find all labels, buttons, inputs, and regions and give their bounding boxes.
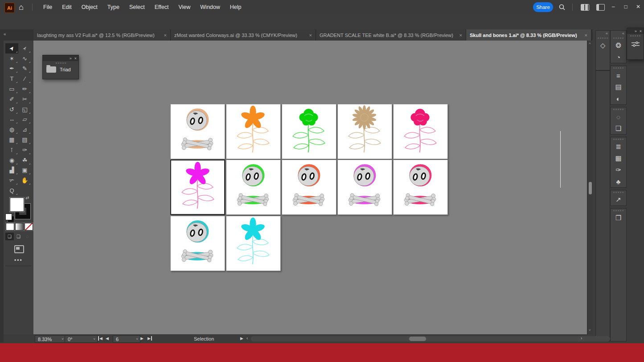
expand-panel-icon[interactable]: » <box>70 56 72 61</box>
artboard-flower-magenta[interactable] <box>170 160 225 215</box>
tab-close-icon[interactable]: × <box>160 33 167 38</box>
scroll-up-icon[interactable]: ˄ <box>589 41 591 45</box>
artboard-flower-green[interactable] <box>282 104 336 159</box>
canvas[interactable] <box>33 41 587 334</box>
swap-fill-stroke-icon[interactable]: ⇄ <box>25 195 29 200</box>
next-artboard-button[interactable]: ▶ <box>140 336 144 341</box>
tab-close-icon[interactable]: × <box>581 33 587 38</box>
stroke-panel-icon[interactable]: ≡ <box>611 70 626 81</box>
previous-artboard-button[interactable]: ◀ <box>106 336 109 341</box>
column-graph-tool[interactable]: ▟ <box>5 165 18 176</box>
drag-dots[interactable] <box>627 34 644 37</box>
menu-effect[interactable]: Effect <box>150 0 174 14</box>
maximize-button[interactable]: □ <box>620 0 632 13</box>
gradient-panel-icon[interactable]: ▤ <box>611 81 626 93</box>
artboard-flower-tan[interactable] <box>337 104 392 159</box>
horizontal-scrollbar[interactable] <box>251 336 610 341</box>
symbols-panel-icon[interactable]: ♣ <box>611 176 626 187</box>
collapse-dock-icon[interactable]: « <box>4 32 6 37</box>
menu-type[interactable]: Type <box>103 0 124 14</box>
direct-selection-tool[interactable]: ➣ <box>18 43 31 53</box>
drag-dots[interactable] <box>611 66 626 70</box>
minimize-button[interactable]: – <box>607 0 619 13</box>
width-tool[interactable]: ↔ <box>5 115 18 125</box>
shaper-tool[interactable]: ✐ <box>5 94 18 104</box>
gradient-tool[interactable]: ▤ <box>18 135 31 145</box>
tab-close-icon[interactable]: × <box>306 33 312 38</box>
lasso-tool[interactable]: ∿ <box>18 53 31 64</box>
document-tab-4[interactable]: Skull and bones 1.ai* @ 8.33 % (RGB/Prev… <box>466 29 591 41</box>
menu-window[interactable]: Window <box>195 0 225 14</box>
document-tab-2[interactable]: zMost wanted Colorways.ai @ 33.33 % (CMY… <box>171 29 316 41</box>
default-fill-stroke-icon[interactable] <box>5 214 12 220</box>
artboard-skull-pink[interactable] <box>393 160 448 215</box>
line-segment-tool[interactable]: ∕ <box>18 74 31 84</box>
draw-normal-button[interactable]: ❏ <box>5 233 14 240</box>
document-tab-1[interactable]: laughting my ass V2 Full.ai* @ 12.5 % (R… <box>33 29 171 41</box>
home-icon[interactable]: ⌂ <box>19 2 24 12</box>
menu-edit[interactable]: Edit <box>57 0 77 14</box>
drag-dots[interactable] <box>43 61 78 65</box>
artboard-skull-orange[interactable] <box>282 160 336 215</box>
artboards-panel-icon[interactable]: ▦ <box>611 152 626 164</box>
drag-dots[interactable] <box>596 36 610 40</box>
rotation-combo[interactable]: 0° ˅ <box>65 335 98 343</box>
search-icon[interactable] <box>558 4 566 11</box>
menu-object[interactable]: Object <box>77 0 103 14</box>
appearance-panel-icon[interactable]: ◌ <box>611 111 626 123</box>
asset-export-panel-icon[interactable]: ❐ <box>611 212 626 224</box>
curvature-tool[interactable]: ✎ <box>18 64 31 74</box>
artboard-skull-cyan[interactable] <box>170 216 225 271</box>
triad-label[interactable]: Triad <box>60 67 71 72</box>
expand-panel-icon[interactable]: » <box>635 29 637 33</box>
zoom-tool[interactable]: Q <box>5 185 18 196</box>
rotate-tool[interactable]: ↺ <box>5 104 18 115</box>
color-guide-panel-icon[interactable]: ◔ <box>611 51 626 63</box>
menu-help[interactable]: Help <box>225 0 246 14</box>
scroll-left-icon[interactable]: ‹ <box>246 336 248 341</box>
fill-color-indicator[interactable] <box>10 197 24 212</box>
free-transform-tool[interactable]: ▱ <box>18 115 31 125</box>
paintbrush-tool[interactable]: ✏ <box>18 84 31 94</box>
measure-tool[interactable]: ⊺ <box>5 145 18 155</box>
scale-tool[interactable]: ◱ <box>18 104 31 115</box>
layers-panel-icon[interactable]: ≣ <box>611 141 626 152</box>
color-panel-icon[interactable]: ❂ <box>611 40 626 51</box>
3d-materials-panel-icon[interactable]: ◇ <box>596 40 610 51</box>
blend-tool[interactable]: ◉ <box>5 155 18 165</box>
draw-inside-button[interactable]: ◌ <box>23 233 32 240</box>
document-layout-icon[interactable] <box>596 4 605 11</box>
artboard-flower-pink[interactable] <box>393 104 448 159</box>
document-tab-3[interactable]: GRADENT SCALE TEE white B.ai* @ 8.33 % (… <box>316 29 466 41</box>
menu-select[interactable]: Select <box>124 0 150 14</box>
last-artboard-button[interactable]: ▶ <box>148 336 152 341</box>
status-expand-icon[interactable]: ▶ <box>240 336 243 341</box>
artboard-flower-cyan[interactable] <box>226 216 281 271</box>
scroll-right-icon[interactable]: › <box>581 336 582 341</box>
first-artboard-button[interactable]: ◀ <box>98 336 103 341</box>
hand-tool[interactable]: ✋ <box>18 175 31 185</box>
shape-builder-tool[interactable]: ◍ <box>5 124 18 135</box>
collapse-dock-icon[interactable]: « <box>622 31 624 36</box>
share-button[interactable]: Share <box>533 2 553 12</box>
rectangle-tool[interactable]: ▭ <box>5 84 18 94</box>
mesh-tool[interactable]: ▦ <box>5 135 18 145</box>
drag-dots[interactable] <box>611 107 626 111</box>
perspective-grid-tool[interactable]: ⊿ <box>18 124 31 135</box>
menu-file[interactable]: File <box>38 0 57 14</box>
slice-tool[interactable]: ✃ <box>5 175 18 185</box>
collapse-dock-icon[interactable]: « <box>606 31 608 36</box>
artboard-flower-orange[interactable] <box>226 104 281 159</box>
color-mode-button[interactable] <box>6 223 14 230</box>
close-button[interactable]: ✕ <box>632 0 644 13</box>
drag-dots[interactable] <box>611 209 626 212</box>
vertical-scroll-thumb[interactable] <box>589 182 592 194</box>
tab-close-icon[interactable]: × <box>456 33 462 38</box>
arrange-documents-icon[interactable] <box>581 4 589 11</box>
graphic-styles-panel-icon[interactable]: ❏ <box>611 123 626 134</box>
brushes-panel-icon[interactable]: ✑ <box>611 164 626 176</box>
gradient-mode-button[interactable] <box>15 223 24 230</box>
vertical-scrollbar[interactable]: ˄ ˅ <box>587 41 593 334</box>
artboard-skull-green[interactable] <box>226 160 281 215</box>
horizontal-scroll-thumb[interactable] <box>409 337 426 341</box>
